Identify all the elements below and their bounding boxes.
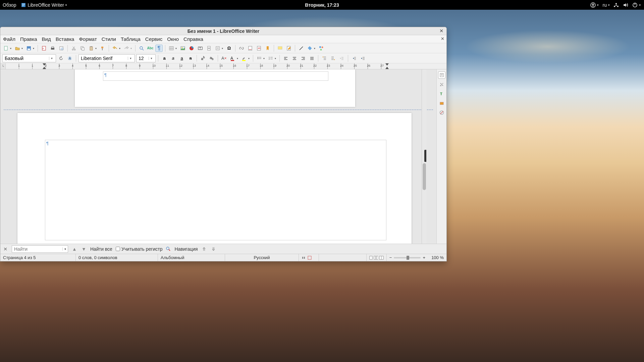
- status-page[interactable]: Страница 4 из 5: [0, 254, 76, 261]
- font-size-input[interactable]: [137, 55, 149, 62]
- match-case-checkbox[interactable]: Учитывать регистр: [116, 246, 163, 252]
- align-left-button[interactable]: [282, 55, 289, 62]
- chevron-down-icon[interactable]: ▾: [62, 247, 68, 251]
- zoom-out-button[interactable]: −: [389, 255, 392, 260]
- insert-chart-button[interactable]: [188, 45, 195, 52]
- subscript-button[interactable]: ab: [208, 55, 215, 62]
- match-case-input[interactable]: [116, 247, 120, 251]
- text-frame[interactable]: ¶: [103, 71, 328, 81]
- menu-styles[interactable]: Стили: [102, 36, 116, 42]
- sidebar-tab-manage-changes[interactable]: [438, 109, 445, 116]
- find-next-button[interactable]: ▼: [81, 246, 87, 252]
- right-margin-marker[interactable]: [385, 63, 389, 66]
- find-previous-button[interactable]: ▲: [71, 246, 77, 252]
- redo-button[interactable]: [123, 45, 133, 52]
- font-name-combo[interactable]: ▾: [78, 54, 135, 62]
- activities-button[interactable]: Обзор: [3, 2, 16, 8]
- bold-button[interactable]: a: [161, 55, 168, 62]
- superscript-button[interactable]: ab: [199, 55, 207, 62]
- paragraph-style-input[interactable]: [3, 55, 49, 62]
- spellcheck-button[interactable]: Abc: [147, 45, 154, 52]
- navigate-next-button[interactable]: ⤋: [211, 246, 217, 252]
- find-combo[interactable]: ▾: [12, 245, 68, 253]
- network-icon[interactable]: [613, 2, 619, 8]
- print-preview-button[interactable]: [58, 45, 65, 52]
- highlight-color-button[interactable]: [240, 55, 251, 62]
- window-titlebar[interactable]: Без имени 1 - LibreOffice Writer ✕: [0, 27, 446, 35]
- print-button[interactable]: [49, 45, 56, 52]
- bullet-list-button[interactable]: [256, 55, 266, 62]
- paragraph-style-combo[interactable]: ▾: [2, 54, 56, 62]
- italic-button[interactable]: a: [169, 55, 177, 62]
- document-scroll-area[interactable]: ¶ ¶: [0, 69, 436, 244]
- save-button[interactable]: [25, 45, 35, 52]
- update-style-button[interactable]: [57, 55, 65, 62]
- chevron-down-icon[interactable]: ▾: [49, 57, 54, 60]
- insert-hyperlink-button[interactable]: [238, 45, 245, 52]
- menu-format[interactable]: Формат: [79, 36, 97, 42]
- insert-bookmark-button[interactable]: [264, 45, 271, 52]
- menu-window[interactable]: Окно: [167, 36, 179, 42]
- chevron-down-icon[interactable]: ▾: [149, 57, 154, 60]
- first-line-indent-marker[interactable]: [43, 63, 46, 66]
- track-changes-button[interactable]: [285, 45, 292, 52]
- power-menu[interactable]: ▾: [632, 2, 641, 8]
- volume-icon[interactable]: [623, 2, 628, 8]
- page-current[interactable]: ¶: [17, 113, 412, 244]
- status-page-style[interactable]: Альбомный: [158, 254, 225, 261]
- show-draw-functions-button[interactable]: [318, 45, 325, 52]
- decrease-paragraph-indent-button[interactable]: [351, 55, 358, 62]
- strikethrough-button[interactable]: a: [187, 55, 194, 62]
- numbered-list-button[interactable]: 12: [267, 55, 277, 62]
- status-word-count[interactable]: 0 слов, 0 символов: [76, 254, 158, 261]
- menu-edit[interactable]: Правка: [20, 36, 37, 42]
- find-replace-button[interactable]: [138, 45, 145, 52]
- clock-label[interactable]: Вторник, 17:23: [305, 2, 339, 8]
- sidebar-tab-gallery[interactable]: T: [438, 90, 445, 98]
- right-indent-marker[interactable]: [385, 67, 389, 69]
- outline-demote-button[interactable]: [329, 55, 337, 62]
- book-view-icon[interactable]: [379, 256, 384, 260]
- underline-button[interactable]: a: [178, 55, 185, 62]
- sidebar-collapse-handle[interactable]: [424, 150, 426, 162]
- insert-field-button[interactable]: [214, 45, 224, 52]
- zoom-percent[interactable]: 100 %: [428, 254, 446, 261]
- document-close-button[interactable]: ✕: [441, 36, 444, 41]
- clone-formatting-button[interactable]: [99, 45, 106, 52]
- open-button[interactable]: [14, 45, 24, 52]
- navigate-previous-button[interactable]: ⤊: [201, 246, 207, 252]
- find-close-button[interactable]: ✕: [2, 246, 8, 252]
- horizontal-ruler[interactable]: └ 11234567891011121314151617181920212223…: [0, 63, 446, 69]
- find-input[interactable]: [12, 246, 62, 252]
- new-button[interactable]: [2, 45, 12, 52]
- justify-button[interactable]: [308, 55, 316, 62]
- app-menu-button[interactable]: LibreOffice Writer ▾: [21, 2, 67, 8]
- sidebar-tab-properties[interactable]: [438, 71, 445, 79]
- find-replace-icon[interactable]: [166, 246, 171, 252]
- outline-promote-button[interactable]: [321, 55, 328, 62]
- window-close-button[interactable]: ✕: [438, 28, 444, 34]
- find-all-button[interactable]: Найти все: [90, 246, 112, 252]
- insert-image-button[interactable]: [179, 45, 186, 52]
- status-view-layout[interactable]: [367, 254, 387, 261]
- left-indent-marker[interactable]: [43, 67, 46, 69]
- insert-page-break-button[interactable]: [205, 45, 213, 52]
- page-previous[interactable]: ¶: [75, 69, 355, 107]
- insert-comment-button[interactable]: [276, 45, 284, 52]
- sidebar-tab-navigator[interactable]: [438, 100, 445, 107]
- input-source-menu[interactable]: ru ▾: [602, 2, 609, 8]
- paste-button[interactable]: [88, 45, 98, 52]
- insert-endnote-button[interactable]: ab: [255, 45, 263, 52]
- formatting-marks-button[interactable]: ¶: [155, 45, 163, 52]
- align-center-button[interactable]: [291, 55, 298, 62]
- menu-help[interactable]: Справка: [183, 36, 203, 42]
- insert-footnote-button[interactable]: [247, 45, 254, 52]
- font-name-input[interactable]: [79, 55, 128, 62]
- accessibility-menu[interactable]: ▾: [590, 2, 599, 8]
- copy-button[interactable]: [79, 45, 86, 52]
- zoom-slider-knob[interactable]: [407, 256, 409, 260]
- increase-paragraph-indent-button[interactable]: [359, 55, 367, 62]
- font-color-button[interactable]: A: [229, 55, 239, 62]
- font-size-combo[interactable]: ▾: [136, 54, 156, 62]
- sidebar-tab-styles[interactable]: [438, 81, 445, 88]
